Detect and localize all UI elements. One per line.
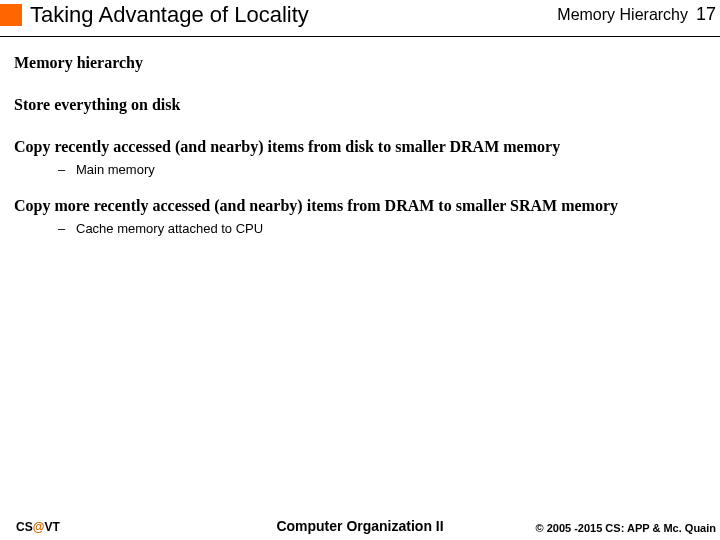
body-line-3: Copy more recently accessed (and nearby)… [14, 197, 710, 215]
sub-item-2: –Cache memory attached to CPU [58, 221, 710, 236]
accent-square-icon [0, 4, 22, 26]
body-heading: Memory hierarchy [14, 54, 710, 72]
slide-title: Taking Advantage of Locality [30, 2, 309, 28]
slide: Taking Advantage of Locality Memory Hier… [0, 0, 720, 540]
body-line-1: Store everything on disk [14, 96, 710, 114]
page-number: 17 [696, 4, 716, 25]
sub-item-2-text: Cache memory attached to CPU [76, 221, 263, 236]
header: Taking Advantage of Locality Memory Hier… [0, 0, 720, 40]
header-rule [0, 36, 720, 37]
footer-right: © 2005 -2015 CS: APP & Mc. Quain [535, 522, 716, 534]
footer: CS@VT Computer Organization II © 2005 -2… [0, 514, 720, 540]
dash-icon: – [58, 162, 76, 177]
chapter-label: Memory Hierarchy [557, 6, 688, 24]
sub-item-1-text: Main memory [76, 162, 155, 177]
body-line-2: Copy recently accessed (and nearby) item… [14, 138, 710, 156]
slide-body: Memory hierarchy Store everything on dis… [14, 54, 710, 236]
sub-item-1: –Main memory [58, 162, 710, 177]
dash-icon: – [58, 221, 76, 236]
